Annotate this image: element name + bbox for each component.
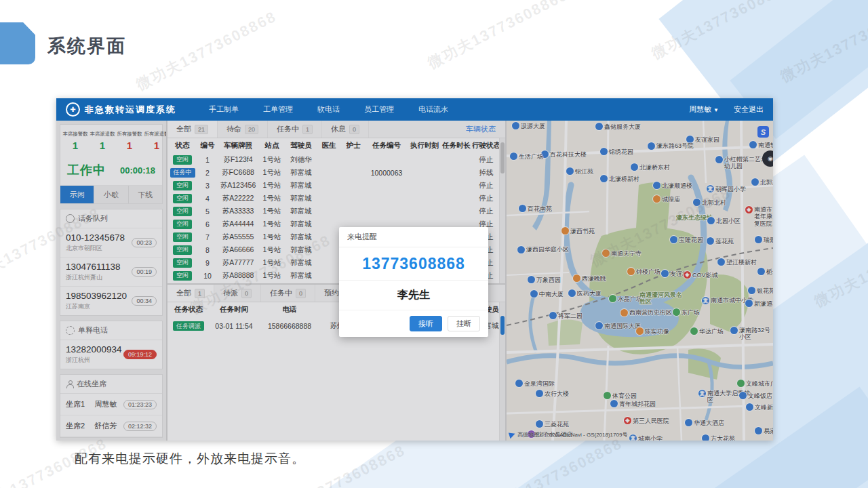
map-poi-label: 西南营历史街区 [620,309,672,317]
sidebar: 本席接警数1本席派遣数1所有接警数1所有派遣数1 工作中 00:00:18 示闲… [56,121,166,441]
accept-call-button[interactable]: 接听 [410,316,442,331]
poi-name: 南通国际大厦 [604,322,641,331]
poi-name: 青年城邦花园 [619,400,656,409]
table-row[interactable]: 空闲5苏A333331号站郭富城停止 [167,205,505,218]
poi-icon [748,287,755,294]
title-accent-square [0,22,35,64]
poi-icon [702,434,709,441]
logout-button[interactable]: 安全退出 [734,104,764,115]
status-cell: 空闲 [167,155,197,164]
nav-menu-item[interactable]: 电话流水 [418,104,448,115]
map-poi-label: 望江楼新村 [717,258,757,267]
map-poi-label: 华达广场 [690,327,724,336]
tab-休息[interactable]: 休息0 [322,121,369,138]
task-scrollbar[interactable] [499,302,505,441]
map-poi-label: 文峰饭店 [739,392,772,401]
agent-row[interactable]: 坐席2舒信芳02:12:32 [60,415,162,437]
cell: 停止 [471,194,501,203]
list-item[interactable]: 198503962120江苏南京00:34 [60,287,162,315]
poi-icon [693,199,701,206]
map-poi-label: 濠南路32号小区 [730,327,773,341]
poi-name: 金泉湾国际 [524,380,555,388]
table-row[interactable]: 空闲4苏A222221号站郭富城停止 [167,192,505,205]
poi-icon [568,289,576,297]
list-item[interactable]: 010-12345678北京市朝阳区00:23 [60,228,162,258]
column-header: 编号 [197,141,218,150]
agent-status-card: 本席接警数1本席派遣数1所有接警数1所有派遣数1 工作中 00:00:18 示闲… [60,124,163,204]
table-row[interactable]: 任务中2苏FC66881号站郭富城10000063掉线 [167,166,505,179]
agent-row[interactable]: 坐席1周慧敏01:23:23 [60,394,162,415]
cell: 郭富城 [285,207,317,216]
map-logo-button[interactable]: S [757,126,769,138]
cell: 1号站 [258,155,285,165]
nav-menu-item[interactable]: 工单管理 [263,104,293,115]
map-canvas[interactable]: 汲源大厦鑫储服务大厦友谊家园南通软件园濠东路63号院百花科技大楼锦绣花园生活广场… [507,121,773,441]
person-icon [66,380,73,388]
poi-icon [737,380,745,387]
list-item[interactable]: 13047611138浙江杭州萧山00:19 [60,258,162,287]
vehicle-scrollbar[interactable] [499,138,505,283]
poi-icon [730,327,738,334]
poi-name: 百花南苑 [528,205,552,214]
poi-name: 瑞景广场 [764,236,773,245]
status-cell: 任务调派 [167,321,210,331]
cell: 2 [197,169,218,177]
table-row[interactable]: 空闲1苏F123f41号站刘德华停止 [167,153,505,166]
nav-menu-item[interactable]: 软电话 [317,104,340,115]
poi-icon [745,300,753,307]
cell: 1号站 [258,181,285,190]
poi-name: 濠西书苑 [570,227,595,236]
map-poi-label: 南通国际大厦 [595,322,641,331]
tab-全部[interactable]: 全部1 [167,285,214,302]
poi-icon [673,308,680,316]
cell: 刘德华 [285,155,317,165]
status-button-示闲[interactable]: 示闲 [60,186,94,203]
vehicle-status-link[interactable]: 车辆状态 [466,124,505,134]
tab-count: 0 [296,289,306,298]
tab-待派[interactable]: 待派0 [214,285,261,302]
nav-menu-item[interactable]: 手工制单 [209,104,239,115]
map-poi-label: 百花南苑 [519,205,552,214]
poi-icon [595,123,603,130]
poi-icon [536,390,543,397]
poi-name: 西濠晚眺 [582,274,606,283]
stat-label: 所有派遣数 [144,130,166,137]
tab-全部[interactable]: 全部21 [167,121,218,138]
list-item[interactable]: 13282000934浙江杭州09:19:12 [60,340,162,369]
status-cell: 空闲 [167,219,197,228]
reject-call-button[interactable]: 挂断 [448,316,480,331]
table-row[interactable]: 空闲3苏A1234561号站郭富城停止 [167,179,505,192]
map-poi-label: 小红帽第二艺术幼儿园 [715,156,769,170]
poi-icon [510,152,517,160]
cell: 1号站 [258,271,285,281]
map-poi-label: 文峰新村 [746,403,773,412]
vehicle-table-header: 状态编号车辆牌照站点驾驶员医生护士任务编号执行时刻任务时长行驶状态 [167,138,505,153]
online-agents-header: 在线坐席 [60,375,162,394]
cell: 郭富城 [285,168,317,178]
scroll-thumb[interactable] [500,142,505,174]
status-button-小歇[interactable]: 小歇 [94,186,128,203]
poi-name: 南通濠河风景名胜区 [639,291,684,306]
tab-count: 0 [241,289,252,298]
status-button-下线[interactable]: 下线 [129,186,162,203]
tab-任务中[interactable]: 任务中1 [268,121,322,138]
cell: 1号站 [258,245,285,255]
poi-icon [609,295,616,302]
nav-menu-item[interactable]: 员工管理 [364,104,394,115]
map-poi-label: 南通软件园 [749,141,773,150]
duration-badge: 01:23:23 [123,400,157,409]
tab-任务中[interactable]: 任务中0 [261,285,315,302]
tab-待命[interactable]: 待命20 [218,121,268,138]
column-header: 站点 [258,141,285,150]
cell: 8 [197,246,218,254]
poi-icon [648,142,655,150]
poi-name: 北濠顺通楼 [662,182,692,190]
hospital-icon: + [745,206,753,214]
status-badge: 空闲 [173,258,192,268]
user-menu[interactable]: 周慧敏▼ [689,104,719,115]
cell: 郭富城 [285,194,317,203]
caller-phone-number: 13773608868 [339,247,488,280]
poi-icon [604,392,611,399]
poi-icon [620,309,628,317]
scroll-thumb[interactable] [500,316,505,335]
